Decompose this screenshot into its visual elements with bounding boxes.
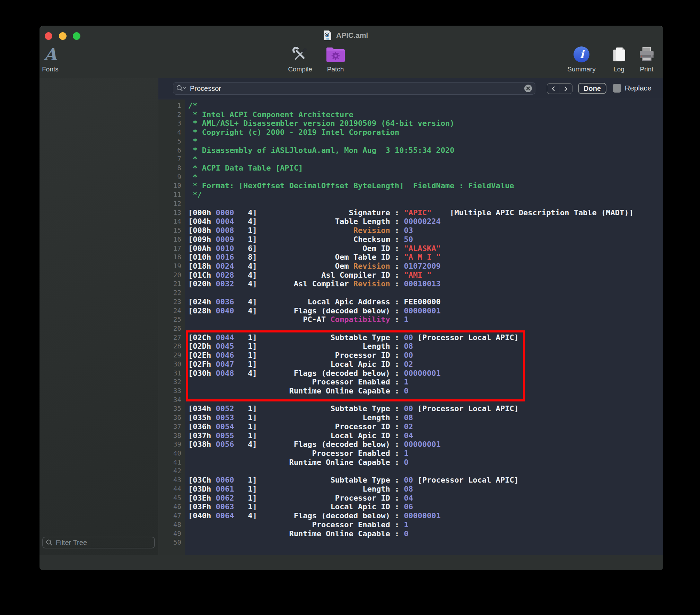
code-line: 31[030h 0048 4] Flags (decoded below) : … (158, 369, 663, 378)
code-line: 39[038h 0056 4] Flags (decoded below) : … (158, 440, 663, 449)
code-line: 4 * Copyright (c) 2000 - 2019 Intel Corp… (158, 128, 663, 137)
print-button[interactable]: Print (626, 45, 663, 73)
code-line: 40 Processor Enabled : 1 (158, 449, 663, 458)
patch-label: Patch (327, 66, 344, 73)
close-button[interactable] (45, 32, 52, 40)
line-number: 28 (158, 342, 185, 351)
filter-search-icon (46, 539, 53, 546)
line-number: 38 (158, 431, 185, 440)
search-field[interactable] (173, 82, 535, 95)
filter-placeholder: Filter Tree (56, 539, 87, 547)
line-number: 13 (158, 208, 185, 217)
window-footer (40, 555, 663, 570)
line-number: 26 (158, 324, 185, 333)
line-number: 21 (158, 279, 185, 288)
search-menu-icon[interactable] (176, 85, 186, 92)
code-line: 49 Runtime Online Capable : 0 (158, 529, 663, 538)
line-number: 24 (158, 306, 185, 315)
line-number: 31 (158, 369, 185, 378)
fonts-label: Fonts (42, 66, 59, 73)
code-line: 38[037h 0055 1] Local Apic ID : 04 (158, 431, 663, 440)
code-line: 41 Runtime Online Capable : 0 (158, 458, 663, 467)
compile-label: Compile (288, 66, 312, 73)
summary-button[interactable]: i Summary (561, 45, 602, 73)
code-line: 23[024h 0036 4] Local Apic Address : FEE… (158, 297, 663, 306)
line-number: 12 (158, 199, 185, 208)
line-number: 25 (158, 315, 185, 324)
line-number: 7 (158, 155, 185, 164)
line-number: 33 (158, 387, 185, 396)
line-number: 14 (158, 217, 185, 226)
find-previous-button[interactable] (547, 84, 560, 94)
code-line: 20[01Ch 0028 4] Asl Compiler ID : "AMI " (158, 271, 663, 280)
code-line: 27[02Ch 0044 1] Subtable Type : 00 [Proc… (158, 333, 663, 342)
code-line: 1/* (158, 101, 663, 110)
code-line: 32 Processor Enabled : 1 (158, 378, 663, 387)
code-line: 45[03Eh 0062 1] Processor ID : 04 (158, 494, 663, 503)
code-line: 26 (158, 324, 663, 333)
code-line: 19[018h 0024 4] Oem Revision : 01072009 (158, 262, 663, 271)
patch-button[interactable]: Patch (315, 45, 356, 73)
compile-tools-icon (290, 45, 310, 64)
log-label: Log (613, 66, 624, 73)
replace-checkbox[interactable] (613, 84, 621, 93)
line-number: 22 (158, 288, 185, 297)
titlebar: AML APIC.aml (40, 26, 663, 42)
code-line: 37[036h 0054 1] Processor ID : 02 (158, 422, 663, 431)
line-number: 32 (158, 378, 185, 387)
line-number: 44 (158, 485, 185, 494)
line-number: 27 (158, 333, 185, 342)
code-line: 14[004h 0004 4] Table Length : 00000224 (158, 217, 663, 226)
code-editor[interactable]: 1/*2 * Intel ACPI Component Architecture… (158, 99, 663, 555)
code-line: 10 * Format: [HexOffset DecimalOffset By… (158, 181, 663, 190)
print-label: Print (640, 66, 653, 73)
line-number: 46 (158, 502, 185, 511)
code-line: 11 */ (158, 190, 663, 199)
line-number: 30 (158, 360, 185, 369)
line-number: 39 (158, 440, 185, 449)
line-number: 1 (158, 101, 185, 110)
line-number: 34 (158, 396, 185, 405)
line-number: 6 (158, 146, 185, 155)
line-number: 9 (158, 173, 185, 182)
code-line: 7 * (158, 155, 663, 164)
zoom-button[interactable] (73, 32, 80, 40)
find-prev-next-control (547, 83, 572, 94)
line-number: 47 (158, 511, 185, 520)
fonts-button[interactable]: A Fonts (40, 45, 71, 73)
code-line: 35[034h 0052 1] Subtable Type : 00 [Proc… (158, 404, 663, 413)
line-number: 35 (158, 404, 185, 413)
code-line: 8 * ACPI Data Table [APIC] (158, 164, 663, 173)
code-line: 34 (158, 396, 663, 405)
code-line: 30[02Fh 0047 1] Local Apic ID : 02 (158, 360, 663, 369)
line-number: 17 (158, 244, 185, 253)
find-next-button[interactable] (560, 84, 572, 94)
code-line: 46[03Fh 0063 1] Local Apic ID : 06 (158, 502, 663, 511)
svg-text:AML: AML (326, 38, 330, 40)
code-line: 29[02Eh 0046 1] Processor ID : 00 (158, 351, 663, 360)
window-title: APIC.aml (336, 31, 368, 40)
patch-folder-icon (325, 45, 346, 64)
filter-tree-field[interactable]: Filter Tree (42, 537, 155, 548)
code-line: 12 (158, 199, 663, 208)
code-line: 9 * (158, 173, 663, 182)
log-documents-icon (611, 45, 627, 64)
code-line: 2 * Intel ACPI Component Architecture (158, 110, 663, 119)
document-icon: AML (323, 30, 332, 41)
line-number: 48 (158, 520, 185, 529)
done-button[interactable]: Done (578, 83, 606, 94)
code-line: 22 (158, 288, 663, 297)
line-number: 20 (158, 271, 185, 280)
search-input[interactable] (189, 84, 524, 93)
line-number: 5 (158, 137, 185, 146)
line-number: 23 (158, 297, 185, 306)
line-number: 42 (158, 467, 185, 476)
line-number: 45 (158, 494, 185, 503)
minimize-button[interactable] (59, 32, 67, 40)
line-number: 8 (158, 164, 185, 173)
app-window: AML APIC.aml A Fonts (40, 26, 663, 570)
fonts-icon: A (44, 45, 56, 63)
clear-search-icon[interactable] (524, 84, 532, 93)
line-number: 2 (158, 110, 185, 119)
find-bar: Done Replace (158, 78, 663, 99)
